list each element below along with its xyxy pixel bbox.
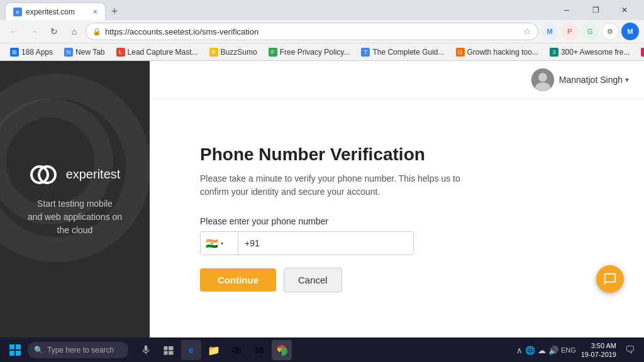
user-profile-icon[interactable]: M (621, 23, 639, 40)
extensions-icon[interactable]: M (541, 23, 558, 40)
bookmark-signup[interactable]: S Sign Up to Become... (636, 45, 644, 59)
bookmarks-bar: ⊞ 188 Apps N New Tab L Lead Capture Mast… (0, 43, 644, 60)
chrome-icon (276, 344, 287, 356)
svg-rect-7 (9, 351, 14, 356)
leadcapture-icon: L (116, 48, 125, 57)
awesome-icon: 3 (550, 48, 558, 57)
newtab-icon: N (64, 48, 73, 57)
maximize-button[interactable]: ❐ (581, 0, 610, 20)
new-tab-button[interactable]: + (106, 3, 123, 20)
back-button[interactable]: ← (5, 23, 23, 40)
clock-date: 19-07-2019 (581, 350, 616, 359)
bookmark-growth[interactable]: G Growth hacking too... (451, 45, 543, 59)
right-panel: Mannatjot Singh ▾ Phone Number Verificat… (150, 61, 644, 337)
notification-icon: 🗨 (625, 344, 635, 356)
avatar-image (531, 69, 554, 91)
left-panel: experitest Start testing mobile and web … (0, 61, 150, 337)
windows-icon (9, 344, 21, 356)
tab-favicon: e (13, 8, 22, 16)
tagline-line2: and web applications on (28, 212, 122, 222)
tab-close-button[interactable]: × (93, 8, 97, 16)
clock-time: 3:50 AM (581, 341, 616, 350)
lock-icon: 🔒 (92, 28, 101, 36)
bookmark-guide[interactable]: T The Complete Guid... (356, 45, 449, 59)
logo-area: experitest Start testing mobile and web … (28, 162, 122, 237)
notification-center[interactable]: 🗨 (621, 341, 639, 359)
home-button[interactable]: ⌂ (65, 23, 83, 40)
close-button[interactable]: ✕ (610, 0, 639, 20)
logo-text: experitest (66, 167, 121, 182)
growth-icon: G (456, 48, 465, 57)
taskbar-edge[interactable]: e (181, 340, 201, 360)
bookmark-newtab[interactable]: N New Tab (59, 45, 109, 59)
cloud-icon[interactable]: ☁ (538, 346, 546, 355)
tagline-line1: Start testing mobile (37, 199, 113, 209)
phone-input-container: 🇮🇳 ▾ (200, 231, 414, 255)
start-button[interactable] (5, 340, 25, 360)
button-row: Continue Cancel (200, 268, 594, 292)
form-subtitle: Please take a minute to verify your phon… (200, 172, 464, 199)
lang-label: ENG (561, 346, 576, 354)
buzzsumo-icon: B (209, 48, 218, 57)
tagline-line3: the cloud (57, 225, 93, 235)
taskbar-items: e 📁 🛍 ✉ (136, 340, 292, 360)
taskbar: 🔍 Type here to search e 📁 🛍 ✉ (0, 337, 644, 362)
taskbar-explorer[interactable]: 📁 (204, 340, 224, 360)
svg-point-3 (538, 73, 547, 82)
network-icon[interactable]: 🌐 (525, 346, 535, 355)
signup-icon: S (641, 48, 644, 57)
taskbar-cortana[interactable] (136, 340, 156, 360)
tagline: Start testing mobile and web application… (28, 197, 122, 237)
main-content: experitest Start testing mobile and web … (0, 61, 644, 337)
speaker-icon[interactable]: 🔊 (548, 346, 558, 355)
logo-icon (30, 162, 62, 187)
phone-number-input[interactable] (238, 238, 413, 248)
privacy-label: Free Privacy Policy... (280, 48, 350, 57)
edge-icon: e (189, 345, 194, 355)
growth-label: Growth hacking too... (467, 48, 538, 57)
minimize-button[interactable]: ─ (552, 0, 581, 20)
bookmark-300awesome[interactable]: 3 300+ Awesome fre... (545, 45, 635, 59)
avatar (531, 69, 554, 91)
apps-count-label: 188 Apps (21, 48, 53, 57)
browser-icon1[interactable]: G (581, 23, 599, 40)
bookmark-leadcapture[interactable]: L Lead Capture Mast... (111, 45, 203, 59)
address-bar[interactable]: 🔒 https://accounts.seetest.io/sms-verifi… (86, 23, 538, 40)
forward-button[interactable]: → (25, 23, 43, 40)
chat-icon (603, 272, 617, 286)
guide-icon: T (361, 48, 370, 57)
chat-bubble-button[interactable] (596, 265, 624, 293)
svg-rect-6 (16, 344, 21, 349)
user-dropdown-arrow[interactable]: ▾ (625, 75, 629, 84)
taskbar-store[interactable]: 🛍 (226, 340, 247, 360)
browser-chrome: e experitest.com × + ─ ❐ ✕ ← → ↻ ⌂ 🔒 htt… (0, 0, 644, 61)
svg-rect-5 (9, 344, 14, 349)
taskbar-mail[interactable]: ✉ (249, 340, 269, 360)
taskbar-chrome[interactable] (272, 340, 292, 360)
newtab-label: New Tab (75, 48, 104, 57)
explorer-icon: 📁 (208, 344, 220, 356)
bookmark-buzzsumo[interactable]: B BuzzSumo (204, 45, 262, 59)
taskbar-search-placeholder: Type here to search (47, 346, 114, 354)
active-tab[interactable]: e experitest.com × (5, 3, 106, 20)
phone-label: Please enter your phone number (200, 216, 594, 226)
taskbar-taskview[interactable] (158, 340, 179, 360)
up-arrow-icon[interactable]: ∧ (516, 346, 523, 355)
star-icon: ☆ (523, 26, 531, 36)
bookmark-privacy[interactable]: F Free Privacy Policy... (264, 45, 355, 59)
country-code-dropdown[interactable]: 🇮🇳 ▾ (201, 232, 238, 255)
cancel-button[interactable]: Cancel (284, 268, 342, 292)
svg-rect-8 (16, 351, 21, 356)
refresh-button[interactable]: ↻ (45, 23, 63, 40)
nav-icons: M P G ⚙ M (541, 23, 639, 40)
bookmark-apps[interactable]: ⊞ 188 Apps (5, 45, 58, 59)
leadcapture-label: Lead Capture Mast... (128, 48, 198, 57)
taskbar-search[interactable]: 🔍 Type here to search (28, 342, 128, 358)
continue-button[interactable]: Continue (200, 268, 276, 292)
tab-title: experitest.com (26, 8, 89, 16)
flag-dropdown-arrow: ▾ (221, 241, 223, 246)
store-icon: 🛍 (231, 344, 242, 356)
browser-icon2[interactable]: ⚙ (601, 23, 619, 40)
tab-area: e experitest.com × + (5, 0, 123, 20)
pin-icon[interactable]: P (561, 23, 579, 40)
